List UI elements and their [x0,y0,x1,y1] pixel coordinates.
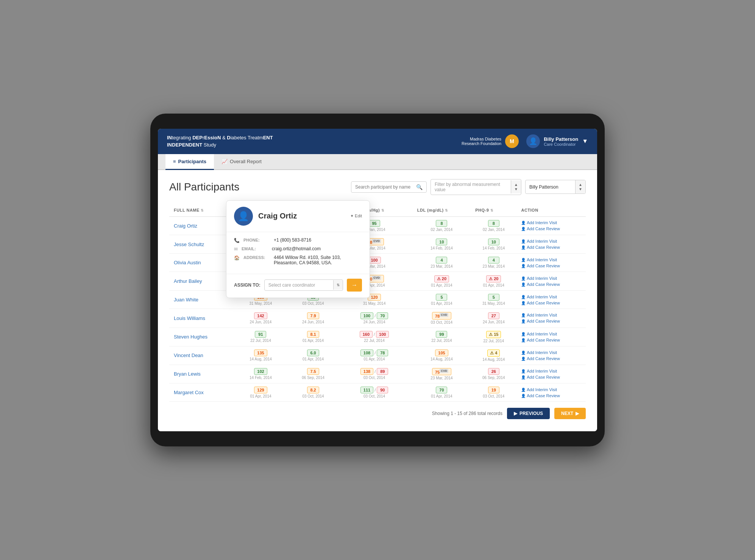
participant-name[interactable]: Juan White [174,297,198,303]
table-row: Vincent Dean 13514 Aug, 2014 6.001 Apr, … [169,346,586,365]
assign-send-button[interactable]: → [347,279,362,292]
popup-address-row: 🏠 ADDRESS: 4464 Willow Rd. #103, Suite 1… [234,255,362,265]
phq-cell: 1014 Feb, 2014 [475,239,512,250]
add-case-review[interactable]: Add Case Review [521,301,581,305]
popup-name: Craig Ortiz [258,212,345,220]
col-fullname[interactable]: FULL NAME ⇅ [169,204,231,217]
table-row: Steven Hughes 9122 Jul, 2014 8.101 Apr, … [169,328,586,346]
col-phq9[interactable]: PHQ-9 ⇅ [471,204,516,217]
action-cell: Add Interim VisitAdd Case Review [521,387,581,398]
sbpdbp-cell: 160/10022 Jul, 2014 [340,331,408,343]
ldl-cell: 9922 Jul, 2014 [417,331,466,343]
ldl-cell: ⚠ 2001 Apr, 2014 [417,275,466,287]
participant-name[interactable]: Olivia Austin [174,260,201,265]
search-box[interactable]: 🔍 [351,181,427,193]
a1c-cell: 7.506 Sep, 2014 [295,368,332,380]
user-name: Billy Patterson [544,136,578,142]
ldl-cell: 501 Apr, 2014 [417,294,466,306]
participant-name[interactable]: Jesse Schultz [174,242,204,247]
ldl-cell: 10514 Aug, 2014 [417,349,466,361]
phone-icon: 📞 [234,238,240,243]
participant-name[interactable]: Arthur Bailey [174,278,202,284]
tab-overall-report[interactable]: 📈 Overall Report [214,154,269,170]
participant-name[interactable]: Margaret Cox [174,390,204,395]
add-interim-visit[interactable]: Add Interim Visit [521,369,581,373]
prev-icon: ▶ [514,411,517,416]
assign-placeholder: Select care coordinator [265,280,333,290]
participant-popup: 👤 Craig Ortiz ✦ Edit 📞 PHONE: +1 (800) 5… [226,200,370,298]
ldl-cell: 1014 Feb, 2014 [417,239,466,250]
participant-name[interactable]: Bryan Lewis [174,371,201,377]
next-button[interactable]: NEXT ▶ [554,408,586,419]
popup-details: 📞 PHONE: +1 (800) 583-8716 ✉ EMAIL: crai… [226,232,370,274]
add-interim-visit[interactable]: Add Interim Visit [521,295,581,299]
participant-name[interactable]: Craig Ortiz [174,223,197,229]
table-row: Margaret Cox 12901 Apr, 2014 8.203 Oct, … [169,384,586,402]
assign-arrows[interactable]: ⇅ [333,280,343,290]
participant-name[interactable]: Louis Williams [174,315,205,321]
add-interim-visit[interactable]: Add Interim Visit [521,257,581,262]
address-icon: 🏠 [234,255,240,261]
add-case-review[interactable]: Add Case Review [521,375,581,379]
assign-label: ASSIGN TO: [234,282,261,288]
sbpdbp-cell: 108/7801 Apr, 2014 [340,349,408,361]
add-interim-visit[interactable]: Add Interim Visit [521,350,581,355]
add-case-review[interactable]: Add Case Review [521,393,581,398]
next-icon: ▶ [576,411,579,416]
popup-edit-button[interactable]: ✦ Edit [350,214,362,218]
prev-button[interactable]: ▶ PREVIOUS [507,408,550,419]
filter-arrows[interactable]: ▲▼ [511,180,521,193]
user-dropdown-icon[interactable]: ▼ [582,138,588,145]
phq-cell: ⚠ 414 Aug, 2014 [475,349,512,362]
ldl-cell: 7001 Apr, 2014 [417,387,466,398]
prev-label: PREVIOUS [519,411,543,416]
tab-participants-label: Participants [178,159,206,164]
action-cell: Add Interim VisitAdd Case Review [521,220,581,231]
tablet-frame: INtegrating DEPrEssioN & Diabetes Treatm… [150,114,605,447]
user-details: Billy Patterson Care Coordinator [544,136,578,147]
add-interim-visit[interactable]: Add Interim Visit [521,332,581,336]
col-ldl[interactable]: LDL (mg/dL) ⇅ [413,204,471,217]
add-interim-visit[interactable]: Add Interim Visit [521,239,581,243]
add-case-review[interactable]: Add Case Review [521,282,581,287]
participant-name[interactable]: Vincent Dean [174,353,203,358]
popup-phone-row: 📞 PHONE: +1 (800) 583-8716 [234,237,362,243]
search-input[interactable] [355,184,416,190]
user-role: Care Coordinator [544,142,578,147]
add-case-review[interactable]: Add Case Review [521,356,581,361]
phq-cell: 1903 Oct, 2014 [475,387,512,398]
phq-cell: 531 May, 2014 [475,294,512,306]
a1c-cell: 8.203 Oct, 2014 [295,387,332,398]
assignee-box[interactable]: Billy Patterson ▲▼ [525,180,586,194]
add-case-review[interactable]: Add Case Review [521,319,581,323]
add-interim-visit[interactable]: Add Interim Visit [521,276,581,281]
action-cell: Add Interim VisitAdd Case Review [521,239,581,250]
assign-select[interactable]: Select care coordinator ⇅ [264,279,343,291]
add-interim-visit[interactable]: Add Interim Visit [521,387,581,392]
add-case-review[interactable]: Add Case Review [521,226,581,231]
add-interim-visit[interactable]: Add Interim Visit [521,220,581,225]
add-case-review[interactable]: Add Case Review [521,264,581,268]
participant-name[interactable]: Steven Hughes [174,334,207,340]
assignee-arrows[interactable]: ▲▼ [575,180,585,193]
popup-assign-section: ASSIGN TO: Select care coordinator ⇅ → [226,274,370,298]
add-interim-visit[interactable]: Add Interim Visit [521,313,581,317]
overall-report-icon: 📈 [222,159,228,164]
tab-overall-report-label: Overall Report [230,159,262,164]
add-case-review[interactable]: Add Case Review [521,245,581,250]
popup-avatar: 👤 [234,207,253,226]
phq-cell: ⚠ 2001 Apr, 2014 [475,275,512,287]
search-icon: 🔍 [416,184,423,190]
madras-foundation: Madras Diabetes Research Foundation M [462,134,519,148]
foundation-sub: Research Foundation [462,141,501,146]
filter-placeholder: Filter by abnormal measurement value [431,179,511,195]
fbg-cell: 14224 Jun, 2014 [236,312,285,324]
filter-box[interactable]: Filter by abnormal measurement value ▲▼ [431,179,521,195]
col-action: ACTION [516,204,586,217]
pagination-bar: Showing 1 - 15 of 286 total records ▶ PR… [169,402,586,422]
pagination-info: Showing 1 - 15 of 286 total records [432,411,502,416]
add-case-review[interactable]: Add Case Review [521,338,581,342]
app-title: INtegrating DEPrEssioN & Diabetes Treatm… [167,134,273,149]
tab-participants[interactable]: ≡ Participants [165,154,214,170]
phq-cell: 802 Jan, 2014 [475,220,512,232]
